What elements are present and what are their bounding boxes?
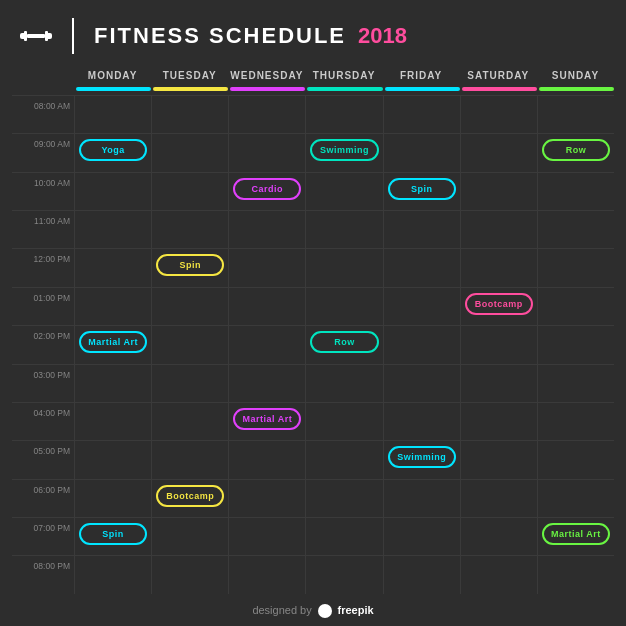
- color-bar-tuesday: [153, 87, 228, 91]
- cell-fri-1100: [383, 211, 460, 248]
- schedule-grid: MONDAY TUESDAY WEDNESDAY THURSDAY FRIDAY…: [0, 66, 626, 598]
- day-tuesday: TUESDAY: [151, 66, 228, 87]
- cell-sat-0900: [460, 134, 537, 171]
- time-row-1200: 12:00 PM Spin: [12, 248, 614, 286]
- cell-mon-0800pm: [74, 556, 151, 593]
- cell-thu-0300pm: [305, 365, 382, 402]
- cell-sat-0300pm: [460, 365, 537, 402]
- time-label-0400pm: 04:00 PM: [12, 403, 74, 418]
- cell-wed-1200: [228, 249, 305, 286]
- cell-mon-0300pm: [74, 365, 151, 402]
- cell-wed-0800pm: [228, 556, 305, 593]
- cell-sat-1200: [460, 249, 537, 286]
- cell-fri-0500pm: Swimming: [383, 441, 460, 478]
- cell-mon-1200: [74, 249, 151, 286]
- svg-rect-2: [27, 34, 45, 38]
- cell-mon-1100: [74, 211, 151, 248]
- cell-mon-0600pm: [74, 480, 151, 517]
- time-row-0900: 09:00 AM Yoga Swimming Row: [12, 133, 614, 171]
- cell-thu-0200pm: Row: [305, 326, 382, 363]
- cell-sun-0800pm: [537, 556, 614, 593]
- day-sunday: SUNDAY: [537, 66, 614, 87]
- class-cardio: Cardio: [233, 178, 301, 200]
- cell-sun-0800: [537, 96, 614, 133]
- cell-sun-1000: [537, 173, 614, 210]
- day-saturday: SATURDAY: [460, 66, 537, 87]
- cell-wed-0100pm: [228, 288, 305, 325]
- cell-wed-0200pm: [228, 326, 305, 363]
- footer-brand: freepik: [338, 604, 374, 616]
- cell-wed-0400pm: Martial Art: [228, 403, 305, 440]
- cell-fri-0700pm: [383, 518, 460, 555]
- cell-wed-0800: [228, 96, 305, 133]
- time-row-1100: 11:00 AM: [12, 210, 614, 248]
- cell-tue-0800pm: [151, 556, 228, 593]
- day-friday: FRIDAY: [383, 66, 460, 87]
- cell-fri-0100pm: [383, 288, 460, 325]
- cell-sat-0800pm: [460, 556, 537, 593]
- cell-thu-1000: [305, 173, 382, 210]
- cell-fri-0800: [383, 96, 460, 133]
- cell-mon-0900: Yoga: [74, 134, 151, 171]
- class-martialart-sun: Martial Art: [542, 523, 610, 545]
- color-bar-thursday: [307, 87, 382, 91]
- cell-thu-0100pm: [305, 288, 382, 325]
- cell-tue-0200pm: [151, 326, 228, 363]
- cell-mon-0800: [74, 96, 151, 133]
- dumbbell-icon: [20, 27, 52, 45]
- cell-thu-0400pm: [305, 403, 382, 440]
- class-row-thu: Row: [310, 331, 378, 353]
- cell-thu-1100: [305, 211, 382, 248]
- class-spin-fri: Spin: [388, 178, 456, 200]
- cell-wed-0500pm: [228, 441, 305, 478]
- color-bar-sunday: [539, 87, 614, 91]
- cell-sat-0800: [460, 96, 537, 133]
- day-wednesday: WEDNESDAY: [228, 66, 305, 87]
- svg-rect-1: [24, 31, 27, 41]
- cell-fri-0800pm: [383, 556, 460, 593]
- time-label-0200pm: 02:00 PM: [12, 326, 74, 341]
- cell-fri-0900: [383, 134, 460, 171]
- time-label-0600pm: 06:00 PM: [12, 480, 74, 495]
- cell-thu-0800pm: [305, 556, 382, 593]
- cell-sun-0900: Row: [537, 134, 614, 171]
- title-main: FITNESS SCHEDULE: [94, 23, 346, 49]
- cell-sat-0500pm: [460, 441, 537, 478]
- cell-sat-0600pm: [460, 480, 537, 517]
- cell-thu-0700pm: [305, 518, 382, 555]
- time-row-0400pm: 04:00 PM Martial Art: [12, 402, 614, 440]
- color-bar-wednesday: [230, 87, 305, 91]
- cell-sun-0500pm: [537, 441, 614, 478]
- day-monday: MONDAY: [74, 66, 151, 87]
- cell-wed-0600pm: [228, 480, 305, 517]
- class-spin-mon: Spin: [79, 523, 147, 545]
- color-bars-row: [12, 87, 614, 91]
- cell-tue-1200: Spin: [151, 249, 228, 286]
- color-bar-friday: [385, 87, 460, 91]
- cell-fri-0400pm: [383, 403, 460, 440]
- cell-tue-0900: [151, 134, 228, 171]
- time-label-1100: 11:00 AM: [12, 211, 74, 226]
- cell-thu-0900: Swimming: [305, 134, 382, 171]
- time-label-0900: 09:00 AM: [12, 134, 74, 149]
- cell-sun-0400pm: [537, 403, 614, 440]
- cell-thu-1200: [305, 249, 382, 286]
- cell-tue-0700pm: [151, 518, 228, 555]
- class-yoga: Yoga: [79, 139, 147, 161]
- time-row-0600pm: 06:00 PM Bootcamp: [12, 479, 614, 517]
- time-row-0200pm: 02:00 PM Martial Art Row: [12, 325, 614, 363]
- cell-mon-0200pm: Martial Art: [74, 326, 151, 363]
- time-label-1000: 10:00 AM: [12, 173, 74, 188]
- footer-text: designed by: [252, 604, 314, 616]
- cell-mon-1000: [74, 173, 151, 210]
- time-row-0500pm: 05:00 PM Swimming: [12, 440, 614, 478]
- cell-thu-0500pm: [305, 441, 382, 478]
- cell-wed-0300pm: [228, 365, 305, 402]
- cell-sat-1100: [460, 211, 537, 248]
- cell-mon-0500pm: [74, 441, 151, 478]
- time-row-0700pm: 07:00 PM Spin Martial Art: [12, 517, 614, 555]
- time-row-0800: 08:00 AM: [12, 95, 614, 133]
- header-divider: [72, 18, 74, 54]
- class-swimming-fri: Swimming: [388, 446, 456, 468]
- time-label-0500pm: 05:00 PM: [12, 441, 74, 456]
